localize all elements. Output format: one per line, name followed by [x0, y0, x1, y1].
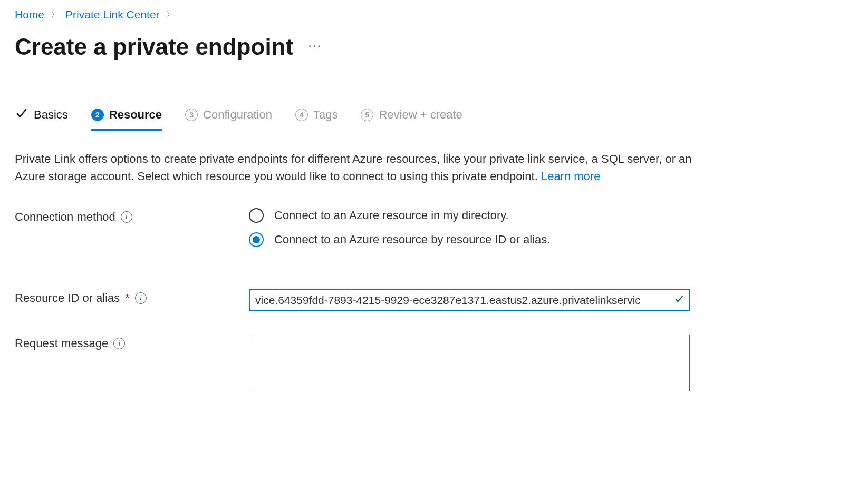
learn-more-link[interactable]: Learn more	[541, 170, 601, 183]
tab-resource[interactable]: 2 Resource	[91, 108, 162, 131]
tab-configuration[interactable]: 3 Configuration	[185, 108, 272, 131]
tab-review-create[interactable]: 5 Review + create	[361, 108, 462, 131]
wizard-tabs: Basics 2 Resource 3 Configuration 4 Tags…	[15, 106, 853, 132]
info-icon[interactable]: i	[121, 211, 132, 223]
tab-tags-label: Tags	[313, 108, 337, 122]
radio-directory[interactable]: Connect to an Azure resource in my direc…	[249, 208, 690, 223]
more-icon[interactable]: ···	[308, 38, 322, 56]
label-connection-method: Connection method i	[15, 208, 249, 224]
tab-basics[interactable]: Basics	[15, 106, 68, 132]
page-title-row: Create a private endpoint ···	[15, 34, 853, 60]
request-message-input[interactable]	[249, 335, 689, 391]
connection-method-radio-group: Connect to an Azure resource in my direc…	[249, 208, 690, 247]
radio-directory-label: Connect to an Azure resource in my direc…	[274, 209, 509, 222]
chevron-right-icon: 〉	[166, 9, 175, 21]
label-resource-id-text: Resource ID or alias	[15, 291, 120, 305]
radio-circle-icon	[249, 208, 264, 223]
row-resource-id: Resource ID or alias * i	[15, 289, 853, 311]
required-asterisk: *	[125, 291, 130, 305]
tab-number-3: 3	[185, 109, 198, 121]
radio-resourceid-label: Connect to an Azure resource by resource…	[274, 233, 550, 247]
tab-review-label: Review + create	[379, 108, 462, 122]
breadcrumb: Home 〉 Private Link Center 〉	[15, 0, 853, 21]
label-connection-method-text: Connection method	[15, 210, 115, 224]
chevron-right-icon: 〉	[51, 9, 59, 21]
label-resource-id: Resource ID or alias * i	[15, 289, 249, 305]
row-request-message: Request message i	[15, 335, 853, 391]
resource-form: Connection method i Connect to an Azure …	[15, 208, 853, 391]
tab-number-4: 4	[295, 109, 308, 121]
tab-description: Private Link offers options to create pr…	[15, 150, 695, 185]
resource-id-input-wrap	[249, 289, 690, 311]
resource-id-input[interactable]	[255, 294, 671, 307]
tab-tags[interactable]: 4 Tags	[295, 108, 337, 131]
request-message-wrap	[249, 335, 690, 391]
breadcrumb-private-link-center[interactable]: Private Link Center	[65, 8, 160, 21]
tab-configuration-label: Configuration	[203, 108, 272, 122]
page-title: Create a private endpoint	[15, 34, 293, 60]
check-icon	[15, 106, 28, 123]
tab-number-2: 2	[91, 109, 104, 121]
radio-circle-icon	[249, 232, 264, 247]
info-icon[interactable]: i	[135, 292, 147, 304]
label-request-message-text: Request message	[15, 337, 108, 350]
info-icon[interactable]: i	[113, 338, 125, 349]
tab-resource-label: Resource	[109, 108, 162, 122]
tab-basics-label: Basics	[34, 108, 68, 122]
row-connection-method: Connection method i Connect to an Azure …	[15, 208, 853, 247]
breadcrumb-home[interactable]: Home	[15, 8, 44, 21]
tab-number-5: 5	[361, 109, 373, 121]
radio-resource-id[interactable]: Connect to an Azure resource by resource…	[249, 232, 690, 247]
valid-check-icon	[674, 294, 684, 307]
label-request-message: Request message i	[15, 335, 249, 350]
